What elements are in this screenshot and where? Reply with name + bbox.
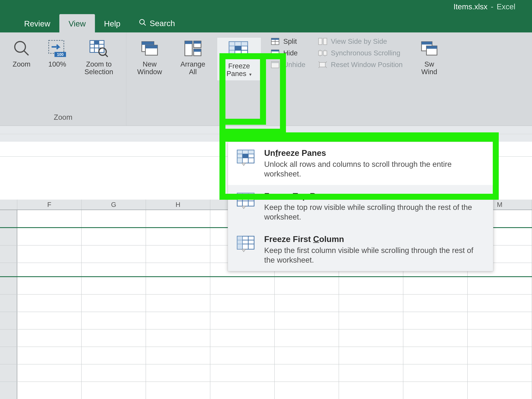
table-row[interactable] bbox=[0, 295, 532, 312]
zoom-100-label: 100% bbox=[48, 60, 66, 68]
menu-top-row-title: Freeze Top Row bbox=[264, 191, 485, 201]
title-bar: Items.xlsx - Excel bbox=[0, 0, 532, 13]
row-header[interactable] bbox=[0, 347, 17, 364]
split-button[interactable]: Split bbox=[270, 38, 305, 45]
zoom-100-icon: 100 bbox=[47, 39, 68, 58]
new-window-label: New Window bbox=[137, 60, 162, 76]
tab-help[interactable]: Help bbox=[95, 14, 130, 32]
document-title: Items.xlsx bbox=[454, 2, 488, 11]
svg-rect-34 bbox=[271, 38, 279, 40]
svg-rect-45 bbox=[421, 42, 432, 45]
menu-first-col-title: Freeze First Column bbox=[264, 234, 485, 244]
row-header[interactable] bbox=[0, 295, 17, 312]
svg-rect-53 bbox=[242, 154, 248, 158]
menu-freeze-top-row[interactable]: Freeze Top Row Keep the top row visible … bbox=[228, 185, 493, 228]
svg-rect-18 bbox=[145, 45, 158, 48]
svg-point-0 bbox=[140, 19, 144, 24]
select-all-corner[interactable] bbox=[0, 200, 17, 210]
row-header[interactable] bbox=[0, 245, 17, 263]
group-zoom: Zoom 100 100% bbox=[0, 32, 126, 126]
menu-unfreeze-title: Unfreeze Panes bbox=[264, 148, 485, 158]
svg-rect-24 bbox=[194, 49, 201, 51]
svg-rect-59 bbox=[237, 193, 254, 197]
hide-label: Hide bbox=[283, 49, 298, 57]
zoom-label: Zoom bbox=[13, 60, 30, 68]
switch-windows-button[interactable]: Sw Wind bbox=[415, 38, 443, 77]
freeze-panes-icon bbox=[228, 41, 251, 60]
svg-rect-36 bbox=[271, 50, 279, 51]
menu-freeze-first-column[interactable]: Freeze First Column Keep the first colum… bbox=[228, 228, 493, 271]
svg-point-2 bbox=[15, 41, 25, 52]
freeze-top-row-icon bbox=[236, 191, 257, 210]
row-header[interactable] bbox=[0, 382, 17, 399]
unhide-label: Unhide bbox=[283, 61, 305, 69]
table-row[interactable] bbox=[0, 312, 532, 329]
svg-text:100: 100 bbox=[57, 52, 63, 57]
title-separator: - bbox=[491, 2, 493, 11]
svg-rect-22 bbox=[194, 41, 201, 43]
svg-rect-40 bbox=[323, 38, 327, 45]
table-row[interactable] bbox=[0, 364, 532, 382]
tab-search[interactable]: Search bbox=[129, 13, 184, 32]
view-side-by-side-button: View Side by Side bbox=[318, 38, 403, 45]
unhide-button: Unhide bbox=[270, 61, 305, 69]
side-by-side-label: View Side by Side bbox=[331, 38, 387, 45]
reset-window-position-button: Reset Window Position bbox=[318, 61, 403, 69]
row-header[interactable] bbox=[0, 312, 17, 329]
zoom-100-button[interactable]: 100 100% bbox=[42, 38, 72, 69]
col-header[interactable]: F bbox=[17, 200, 82, 210]
svg-rect-47 bbox=[426, 46, 437, 49]
freeze-first-column-icon bbox=[236, 234, 257, 253]
row-header[interactable] bbox=[0, 329, 17, 347]
menu-unfreeze-desc: Unlock all rows and columns to scroll th… bbox=[264, 160, 485, 179]
zoom-selection-label: Zoom to Selection bbox=[84, 60, 113, 76]
row-header[interactable] bbox=[0, 210, 17, 227]
menu-top-row-desc: Keep the top row visible while scrolling… bbox=[264, 203, 485, 222]
svg-rect-42 bbox=[323, 51, 327, 55]
table-row[interactable] bbox=[0, 347, 532, 364]
ribbon-tabs: Review View Help Search bbox=[0, 13, 532, 32]
tab-review[interactable]: Review bbox=[15, 14, 59, 32]
hide-button[interactable]: Hide bbox=[270, 49, 305, 57]
row-header[interactable] bbox=[0, 263, 17, 276]
tab-view[interactable]: View bbox=[59, 14, 95, 32]
new-window-icon bbox=[140, 39, 160, 58]
sync-scroll-label: Synchronous Scrolling bbox=[331, 49, 400, 57]
reset-position-icon bbox=[318, 61, 328, 68]
svg-rect-39 bbox=[318, 38, 322, 45]
col-header[interactable]: G bbox=[82, 200, 146, 210]
zoom-to-selection-button[interactable]: Zoom to Selection bbox=[78, 38, 120, 77]
switch-windows-label: Sw Wind bbox=[421, 60, 437, 76]
table-row[interactable] bbox=[0, 277, 532, 295]
arrange-all-icon bbox=[183, 39, 203, 58]
synchronous-scrolling-button: Synchronous Scrolling bbox=[318, 49, 403, 57]
svg-rect-38 bbox=[271, 62, 279, 63]
new-window-button[interactable]: New Window bbox=[131, 38, 169, 77]
svg-rect-65 bbox=[237, 236, 242, 249]
freeze-panes-button[interactable]: Freeze Panes ▾ bbox=[217, 38, 261, 81]
zoom-button[interactable]: Zoom bbox=[7, 38, 37, 69]
row-header[interactable] bbox=[0, 228, 17, 245]
menu-unfreeze-panes[interactable]: Unfreeze Panes Unlock all rows and colum… bbox=[228, 142, 493, 185]
svg-line-1 bbox=[144, 23, 146, 26]
app-name: Excel bbox=[497, 2, 515, 11]
svg-rect-41 bbox=[318, 51, 322, 55]
split-label: Split bbox=[283, 38, 297, 45]
name-box-row bbox=[0, 126, 532, 142]
table-row[interactable] bbox=[0, 329, 532, 347]
svg-rect-12 bbox=[95, 41, 99, 44]
table-row[interactable] bbox=[0, 382, 532, 399]
col-header[interactable]: H bbox=[146, 200, 210, 210]
unhide-icon bbox=[270, 61, 280, 68]
row-header[interactable] bbox=[0, 364, 17, 381]
menu-first-col-desc: Keep the first column visible while scro… bbox=[264, 246, 485, 265]
magnifier-icon bbox=[13, 39, 31, 58]
group-window: New Window Arrange A bbox=[126, 32, 532, 126]
ribbon: Zoom 100 100% bbox=[0, 32, 532, 126]
row-header[interactable] bbox=[0, 277, 17, 294]
svg-line-14 bbox=[105, 54, 108, 57]
switch-windows-icon bbox=[420, 39, 438, 58]
compare-cmds: View Side by Side Synchronous Scrolling … bbox=[318, 38, 403, 69]
zoom-selection-icon bbox=[89, 39, 109, 58]
arrange-all-button[interactable]: Arrange All bbox=[175, 38, 211, 77]
